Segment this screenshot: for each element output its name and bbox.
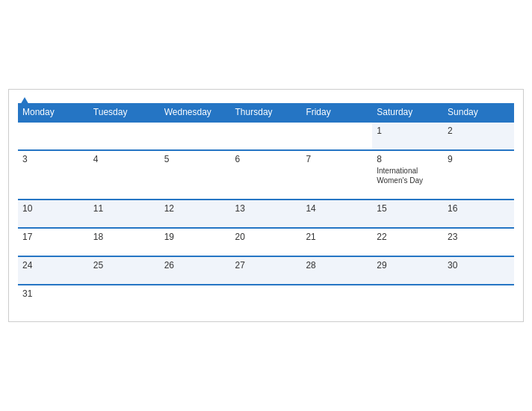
calendar-container: MondayTuesdayWednesdayThursdayFridaySatu… (8, 89, 524, 322)
calendar-day-cell: 22 (372, 228, 443, 256)
calendar-day-cell (231, 285, 302, 312)
calendar-day-cell: 18 (89, 228, 160, 256)
calendar-day-cell: 17 (18, 228, 89, 256)
day-number: 28 (306, 260, 368, 271)
day-number: 13 (235, 203, 297, 214)
day-number: 5 (164, 154, 226, 164)
calendar-day-cell (160, 122, 231, 150)
day-number: 14 (306, 203, 368, 214)
calendar-day-cell: 13 (231, 200, 302, 228)
calendar-day-cell (160, 285, 231, 312)
day-number: 15 (377, 203, 439, 214)
day-number: 24 (22, 260, 84, 271)
day-number: 29 (377, 260, 439, 271)
day-number: 11 (93, 203, 155, 214)
calendar-day-cell: 23 (443, 228, 514, 256)
day-number: 8 (377, 154, 439, 164)
calendar-day-cell: 11 (89, 200, 160, 228)
calendar-day-cell: 14 (301, 200, 372, 228)
calendar-day-cell (372, 285, 443, 312)
day-number: 21 (306, 232, 368, 242)
day-number: 30 (448, 260, 510, 271)
day-number: 31 (22, 288, 84, 299)
weekday-header: Friday (301, 103, 372, 122)
day-number: 26 (164, 260, 226, 271)
calendar-week-row: 345678International Women's Day9 (18, 150, 514, 200)
day-number: 2 (448, 126, 510, 136)
day-number: 9 (448, 154, 510, 164)
day-number: 27 (235, 260, 297, 271)
calendar-day-cell: 9 (443, 150, 514, 200)
calendar-day-cell (301, 285, 372, 312)
day-number: 19 (164, 232, 226, 242)
day-number: 16 (448, 203, 510, 214)
calendar-day-cell: 2 (443, 122, 514, 150)
calendar-day-cell: 26 (160, 256, 231, 285)
day-number: 4 (93, 154, 155, 164)
day-number: 17 (22, 232, 84, 242)
calendar-day-cell: 16 (443, 200, 514, 228)
calendar-day-cell: 21 (301, 228, 372, 256)
calendar-table: MondayTuesdayWednesdayThursdayFridaySatu… (18, 103, 514, 312)
day-number: 10 (22, 203, 84, 214)
calendar-day-cell (89, 285, 160, 312)
calendar-day-cell: 6 (231, 150, 302, 200)
calendar-day-cell: 10 (18, 200, 89, 228)
weekday-header: Wednesday (160, 103, 231, 122)
calendar-day-cell: 15 (372, 200, 443, 228)
calendar-week-row: 24252627282930 (18, 256, 514, 285)
calendar-day-cell: 25 (89, 256, 160, 285)
calendar-day-cell: 3 (18, 150, 89, 200)
day-number: 22 (377, 232, 439, 242)
day-number: 25 (93, 260, 155, 271)
day-number: 3 (22, 154, 84, 164)
calendar-week-row: 10111213141516 (18, 200, 514, 228)
day-event: International Women's Day (377, 166, 439, 185)
day-number: 1 (377, 126, 439, 136)
calendar-day-cell: 1 (372, 122, 443, 150)
calendar-day-cell (301, 122, 372, 150)
calendar-day-cell: 24 (18, 256, 89, 285)
calendar-day-cell: 20 (231, 228, 302, 256)
calendar-day-cell: 8International Women's Day (372, 150, 443, 200)
calendar-day-cell: 12 (160, 200, 231, 228)
weekday-header: Tuesday (89, 103, 160, 122)
calendar-body: 12345678International Women's Day9101112… (18, 122, 514, 312)
calendar-week-row: 17181920212223 (18, 228, 514, 256)
day-number: 12 (164, 203, 226, 214)
calendar-day-cell: 29 (372, 256, 443, 285)
calendar-week-row: 12 (18, 122, 514, 150)
calendar-day-cell: 19 (160, 228, 231, 256)
calendar-day-cell: 27 (231, 256, 302, 285)
calendar-day-cell: 7 (301, 150, 372, 200)
calendar-header-row: MondayTuesdayWednesdayThursdayFridaySatu… (18, 103, 514, 122)
calendar-week-row: 31 (18, 285, 514, 312)
day-number: 6 (235, 154, 297, 164)
day-number: 23 (448, 232, 510, 242)
logo (18, 97, 30, 106)
calendar-day-cell (231, 122, 302, 150)
calendar-day-cell (89, 122, 160, 150)
calendar-day-cell: 4 (89, 150, 160, 200)
weekday-header: Sunday (443, 103, 514, 122)
calendar-day-cell (18, 122, 89, 150)
calendar-day-cell: 5 (160, 150, 231, 200)
calendar-day-cell: 28 (301, 256, 372, 285)
day-number: 20 (235, 232, 297, 242)
day-number: 18 (93, 232, 155, 242)
logo-triangle-icon (19, 97, 30, 106)
weekday-header: Thursday (231, 103, 302, 122)
day-number: 7 (306, 154, 368, 164)
calendar-day-cell (443, 285, 514, 312)
calendar-day-cell: 31 (18, 285, 89, 312)
calendar-day-cell: 30 (443, 256, 514, 285)
weekday-header: Saturday (372, 103, 443, 122)
